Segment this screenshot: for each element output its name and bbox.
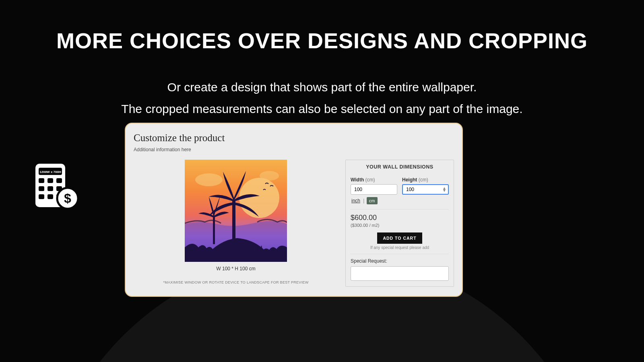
unit-toggle-row: inch | cm [351,198,449,204]
height-label: Height (cm) [402,177,449,183]
subhead-line-1: Or create a design that shows part of th… [0,76,644,98]
height-unit-text: (cm) [419,177,428,183]
svg-rect-3 [47,178,53,183]
svg-rect-17 [232,200,235,244]
preview-dimensions-caption: W 100 * H 100 cm [216,266,255,272]
height-label-text: Height [402,177,417,183]
special-request-textarea[interactable] [351,266,449,281]
svg-rect-5 [39,186,44,191]
svg-rect-6 [47,186,53,191]
calc-display-text: 1200W x 700H [39,170,61,174]
price-total: $600.00 [351,214,449,222]
svg-text:$: $ [64,191,71,206]
width-label: Width (cm) [351,177,397,183]
width-unit-text: (cm) [365,177,375,183]
card-title: Customize the product [134,132,454,144]
svg-point-15 [195,173,223,186]
unit-cm-button[interactable]: cm [367,197,378,204]
unit-inch-button[interactable]: inch [351,198,361,204]
height-input[interactable] [402,184,449,195]
price-per-unit: ($300.00 / m2) [351,223,449,228]
dimensions-panel: YOUR WALL DIMENSIONS Width (cm) Height (… [345,160,454,287]
product-customizer-card: Customize the product Additional informa… [125,123,463,297]
panel-title: YOUR WALL DIMENSIONS [351,164,449,170]
stepper-icon[interactable]: ▲▼ [442,187,446,192]
subhead-line-2: The cropped measurements can also be sel… [0,98,644,120]
svg-point-16 [260,171,279,181]
cart-note: If any special request please add [351,245,449,250]
divider [351,209,449,210]
headline: MORE CHOICES OVER DESIGNS AND CROPPING [0,28,644,53]
svg-rect-8 [39,194,44,199]
width-label-text: Width [351,177,364,183]
svg-rect-18 [213,216,215,244]
preview-column: W 100 * H 100 cm *MAXIMISE WINDOW OR ROT… [134,160,338,287]
divider-2 [351,254,449,254]
svg-rect-4 [56,178,62,183]
wallpaper-preview-image[interactable] [185,160,287,262]
preview-hint-note: *MAXIMISE WINDOW OR ROTATE DEVICE TO LAN… [163,280,308,284]
unit-separator: | [362,198,365,204]
special-request-label: Special Request: [351,258,449,264]
add-to-cart-button[interactable]: ADD TO CART [377,232,422,244]
svg-rect-2 [39,178,44,183]
card-subtitle: Additional information here [134,147,454,152]
svg-rect-9 [47,194,53,199]
subheadline: Or create a design that shows part of th… [0,76,644,120]
calculator-dollar-icon: 1200W x 700H $ [34,163,79,211]
width-input[interactable] [351,184,397,195]
